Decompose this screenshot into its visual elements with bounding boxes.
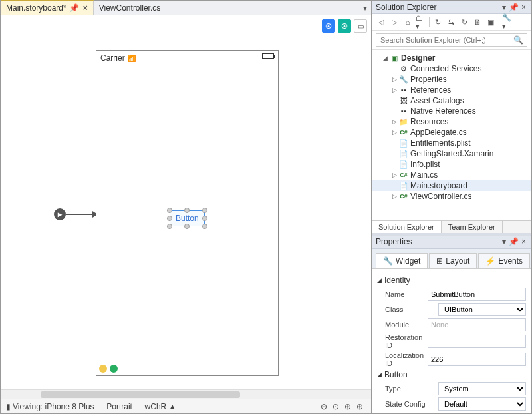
solution-tree[interactable]: ◢▣Designer⚙Connected Services▷🔧Propertie… xyxy=(372,50,531,220)
toolbar-button-2[interactable]: ⦿ xyxy=(338,19,351,33)
properties-body[interactable]: ◢IdentityNameClassUIButtonModuleRestorat… xyxy=(372,269,531,414)
tree-item[interactable]: ▷C#ViewController.cs xyxy=(372,191,531,202)
entry-point-arrow[interactable]: ▸ xyxy=(54,208,98,220)
device-status-bar: Carrier xyxy=(96,51,278,65)
tree-item[interactable]: ⚙Connected Services xyxy=(372,63,531,74)
property-input[interactable]: UIButton xyxy=(438,303,526,316)
resize-handle[interactable] xyxy=(167,208,172,213)
tree-item[interactable]: 📄GettingStarted.Xamarin xyxy=(372,148,531,159)
property-group-header[interactable]: ◢Button xyxy=(377,370,526,379)
tree-item[interactable]: 📄Main.storyboard xyxy=(372,180,531,191)
properties-icon[interactable]: 🗎 xyxy=(472,17,483,27)
viewing-label: Viewing: iPhone 8 Plus — Portrait — wChR xyxy=(13,402,166,411)
properties-tab-layout[interactable]: ⊞Layout xyxy=(429,253,477,268)
solution-explorer-toolbar: ◁ ▷ ⌂ 🗀▾ ↻ ⇆ ↻ 🗎 ▣ 🔧▾ xyxy=(372,14,531,31)
tree-item[interactable]: ▷C#AppDelegate.cs xyxy=(372,127,531,138)
property-input[interactable]: Default xyxy=(438,397,526,411)
zoom-in-icon[interactable]: ⊕ xyxy=(354,402,366,411)
panel-menu-icon[interactable]: ▾ xyxy=(501,3,507,12)
back-icon[interactable]: ◁ xyxy=(376,17,386,27)
scrollbar-thumb[interactable] xyxy=(41,391,240,398)
refresh-icon[interactable]: ↻ xyxy=(432,17,443,27)
tab-label: ViewController.cs xyxy=(99,3,160,13)
resize-handle[interactable] xyxy=(184,224,190,229)
resize-handle[interactable] xyxy=(167,216,172,221)
tab-solution-explorer[interactable]: Solution Explorer xyxy=(372,221,442,233)
arrow-line xyxy=(66,214,92,215)
orientation-toggle-icon[interactable]: ▲ xyxy=(168,402,176,411)
zoom-actual-icon[interactable]: ⊕ xyxy=(342,402,354,411)
forward-icon[interactable]: ▷ xyxy=(389,17,400,27)
zoom-out-icon[interactable]: ⊖ xyxy=(318,402,330,411)
device-indicator-icon[interactable]: ▮ xyxy=(6,402,11,411)
property-row: Localization ID xyxy=(385,351,526,367)
warning-dot-icon[interactable] xyxy=(99,365,107,373)
panel-close-icon[interactable]: × xyxy=(520,237,527,246)
ok-dot-icon[interactable] xyxy=(110,365,118,373)
properties-panel: 🔧Widget⊞Layout⚡Events ◢IdentityNameClass… xyxy=(372,249,531,414)
tab-team-explorer[interactable]: Team Explorer xyxy=(442,221,503,233)
panel-pin-icon[interactable]: 📌 xyxy=(507,3,520,12)
resize-handle[interactable] xyxy=(167,224,172,229)
button-label: Button xyxy=(176,214,199,223)
resize-handle[interactable] xyxy=(202,224,207,229)
property-label: Type xyxy=(385,385,438,393)
properties-tab-events[interactable]: ⚡Events xyxy=(478,253,530,268)
preview-icon[interactable]: ▣ xyxy=(485,17,496,27)
zoom-fit-icon[interactable]: ⊙ xyxy=(330,402,342,411)
solution-panel-tabs: Solution Explorer Team Explorer xyxy=(372,220,531,233)
property-label: Module xyxy=(385,321,428,329)
resize-handle[interactable] xyxy=(184,208,190,213)
properties-tab-widget[interactable]: 🔧Widget xyxy=(376,253,428,268)
panel-menu-icon[interactable]: ▾ xyxy=(501,237,507,246)
wrench-icon[interactable]: 🔧▾ xyxy=(502,17,513,27)
sync-icon[interactable]: 🗀▾ xyxy=(416,17,426,27)
uibutton-widget[interactable]: Button xyxy=(170,210,205,226)
home-icon[interactable]: ⌂ xyxy=(402,17,413,27)
designer-toolbar: ⦿ ⦿ ▭ xyxy=(322,19,367,33)
tab-overflow-icon[interactable]: ▾ xyxy=(359,3,371,13)
tree-item[interactable]: ▷📁Resources xyxy=(372,116,531,127)
panel-pin-icon[interactable]: 📌 xyxy=(507,237,520,246)
toolbar-button-1[interactable]: ⦿ xyxy=(322,19,335,33)
solution-explorer-search: 🔍 xyxy=(372,31,531,50)
tree-item[interactable]: ▪▪Native References xyxy=(372,106,531,116)
tree-root[interactable]: ◢▣Designer xyxy=(372,53,531,63)
horizontal-scrollbar[interactable] xyxy=(1,389,371,399)
search-input[interactable] xyxy=(376,33,527,47)
resize-handle[interactable] xyxy=(202,216,207,221)
designer-canvas-area[interactable]: ⦿ ⦿ ▭ ▸ Carrier Button xyxy=(1,15,371,389)
close-icon[interactable]: × xyxy=(83,3,88,13)
property-input[interactable] xyxy=(428,335,526,348)
property-input[interactable] xyxy=(428,288,526,301)
property-row: TypeSystem xyxy=(385,382,526,395)
carrier-label: Carrier xyxy=(100,53,136,63)
pin-icon[interactable]: 📌 xyxy=(69,3,79,13)
tree-item[interactable]: 🖼Asset Catalogs xyxy=(372,95,531,106)
property-input[interactable] xyxy=(428,353,526,366)
resize-handle[interactable] xyxy=(202,208,207,213)
panel-close-icon[interactable]: × xyxy=(520,3,527,12)
property-input[interactable] xyxy=(428,318,526,331)
property-row: State ConfigDefault xyxy=(385,397,526,411)
tree-item[interactable]: 📄Info.plist xyxy=(372,159,531,170)
tab-strip: Main.storyboard* 📌 × ViewController.cs ▾ xyxy=(1,1,371,15)
property-group-header[interactable]: ◢Identity xyxy=(377,276,526,285)
solution-explorer-title-bar[interactable]: Solution Explorer ▾ 📌 × xyxy=(372,1,531,14)
tree-item[interactable]: ▷🔧Properties xyxy=(372,74,531,85)
property-row: Name xyxy=(385,288,526,301)
properties-title-bar[interactable]: Properties ▾ 📌 × xyxy=(372,236,531,249)
search-icon[interactable]: 🔍 xyxy=(513,35,523,45)
tab-main-storyboard[interactable]: Main.storyboard* 📌 × xyxy=(1,0,94,15)
designer-status-bar: ▮ Viewing: iPhone 8 Plus — Portrait — wC… xyxy=(1,399,371,413)
collapse-icon[interactable]: ⇆ xyxy=(446,17,456,27)
tree-item[interactable]: ▷▪▪References xyxy=(372,85,531,95)
property-input[interactable]: System xyxy=(438,382,526,395)
tree-item[interactable]: 📄Entitlements.plist xyxy=(372,138,531,148)
tab-viewcontroller[interactable]: ViewController.cs xyxy=(94,1,166,15)
wifi-icon xyxy=(125,53,136,63)
toolbar-button-outline[interactable]: ▭ xyxy=(354,19,367,33)
show-all-icon[interactable]: ↻ xyxy=(459,17,469,27)
tree-item[interactable]: ▷C#Main.cs xyxy=(372,170,531,180)
device-canvas[interactable]: Carrier Button xyxy=(96,50,279,376)
